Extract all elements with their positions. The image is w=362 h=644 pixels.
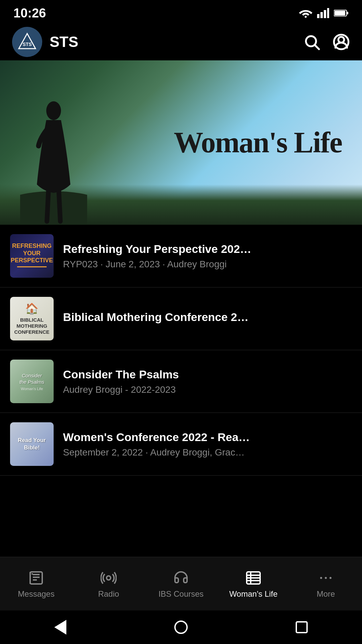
list-item[interactable]: REFRESHINGYOURPERSPECTIVE Refreshing You…: [0, 225, 362, 287]
item-thumbnail-bmc: 🏠 BIBLICALMOTHERINGCONFERENCE: [10, 297, 54, 340]
nav-item-womans-life[interactable]: Woman's Life: [217, 564, 290, 604]
android-back-button[interactable]: [47, 617, 74, 637]
battery-icon: [334, 9, 349, 17]
header-actions: [303, 33, 350, 51]
hero-banner: Woman's Life: [0, 60, 362, 225]
thumbnail-text: Considerthe Psalms: [19, 372, 44, 385]
item-info: Refreshing Your Perspective 202… RYP023 …: [63, 243, 352, 270]
item-title: Biblical Mothering Conference 2…: [63, 311, 352, 324]
svg-point-0: [305, 16, 307, 18]
svg-rect-3: [324, 10, 326, 18]
list-item[interactable]: Read YourBible! Women's Conference 2022 …: [0, 413, 362, 476]
item-title: Women's Conference 2022 - Rea…: [63, 431, 352, 444]
svg-rect-2: [320, 12, 323, 18]
svg-rect-1: [317, 14, 319, 18]
svg-rect-20: [32, 573, 33, 575]
svg-point-14: [20, 191, 87, 225]
nav-label-radio: Radio: [98, 589, 119, 599]
svg-point-30: [329, 577, 331, 579]
item-thumbnail-ctp: Considerthe Psalms Woman's Life: [10, 360, 54, 403]
thumbnail-text: BIBLICALMOTHERINGCONFERENCE: [14, 317, 49, 335]
item-title: Refreshing Your Perspective 202…: [63, 243, 352, 256]
radio-nav-icon: [100, 569, 117, 587]
signal-icon: [317, 8, 329, 18]
wifi-icon: [299, 8, 312, 18]
status-time: 10:26: [13, 6, 46, 20]
search-button[interactable]: [303, 33, 320, 51]
nav-label-messages: Messages: [18, 589, 54, 599]
book-icon: [28, 570, 44, 586]
nav-label-womans-life: Woman's Life: [229, 589, 278, 599]
item-thumbnail-ryp: REFRESHINGYOURPERSPECTIVE: [10, 234, 54, 278]
android-navigation-bar: [0, 610, 362, 644]
svg-point-28: [320, 577, 322, 579]
item-info: Consider The Psalms Audrey Broggi - 2022…: [63, 368, 352, 395]
headphones-icon: [173, 570, 189, 586]
more-icon: [318, 570, 334, 586]
thumbnail-text: REFRESHINGYOURPERSPECTIVE: [11, 243, 53, 264]
list-item[interactable]: Considerthe Psalms Woman's Life Consider…: [0, 350, 362, 413]
recents-square-icon: [296, 621, 308, 633]
svg-rect-4: [327, 8, 329, 18]
home-circle-icon: [174, 621, 188, 634]
nav-item-ibs[interactable]: IBS Courses: [145, 564, 217, 604]
item-meta: Audrey Broggi - 2022-2023: [63, 384, 352, 395]
item-title: Consider The Psalms: [63, 368, 352, 381]
svg-rect-6: [347, 12, 348, 14]
status-icons: [299, 8, 349, 18]
more-nav-icon: [317, 569, 335, 587]
android-recents-button[interactable]: [288, 617, 315, 637]
nav-label-ibs: IBS Courses: [159, 589, 204, 599]
thumbnail-text: Read YourBible!: [18, 437, 46, 451]
item-info: Biblical Mothering Conference 2…: [63, 311, 352, 327]
header-title: STS: [50, 34, 78, 50]
sts-logo-icon: STS: [17, 32, 37, 52]
app-header: STS STS: [0, 23, 362, 60]
radio-icon: [101, 570, 117, 586]
item-info: Women's Conference 2022 - Rea… September…: [63, 431, 352, 458]
nav-item-messages[interactable]: Messages: [0, 564, 72, 604]
profile-button[interactable]: [333, 33, 350, 51]
list-item[interactable]: 🏠 BIBLICALMOTHERINGCONFERENCE Biblical M…: [0, 287, 362, 350]
svg-rect-7: [335, 11, 345, 15]
svg-point-15: [46, 101, 61, 120]
header-left: STS STS: [12, 27, 78, 57]
nav-item-more[interactable]: More: [290, 564, 362, 604]
svg-point-22: [107, 576, 111, 580]
ibs-nav-icon: [172, 569, 190, 587]
item-thumbnail-wc: Read YourBible!: [10, 422, 54, 466]
newspaper-icon: [245, 570, 261, 586]
nav-label-more: More: [317, 589, 335, 599]
content-list: REFRESHINGYOURPERSPECTIVE Refreshing You…: [0, 225, 362, 476]
svg-text:STS: STS: [22, 42, 32, 47]
android-home-button[interactable]: [168, 617, 194, 637]
app-logo[interactable]: STS: [12, 27, 42, 57]
back-arrow-icon: [54, 620, 66, 635]
womans-life-nav-icon: [245, 569, 262, 587]
hero-title: Woman's Life: [174, 126, 342, 159]
hero-silhouette-icon: [20, 84, 87, 225]
messages-nav-icon: [27, 569, 45, 587]
item-meta: September 2, 2022 · Audrey Broggi, Grac…: [63, 447, 352, 458]
status-bar: 10:26: [0, 0, 362, 23]
search-icon: [303, 33, 320, 51]
svg-line-11: [315, 45, 319, 49]
profile-icon: [333, 33, 350, 51]
bottom-navigation: Messages Radio IBS Courses: [0, 557, 362, 610]
item-meta: RYP023 · June 2, 2023 · Audrey Broggi: [63, 259, 352, 270]
svg-point-29: [325, 577, 327, 579]
nav-item-radio[interactable]: Radio: [72, 564, 145, 604]
